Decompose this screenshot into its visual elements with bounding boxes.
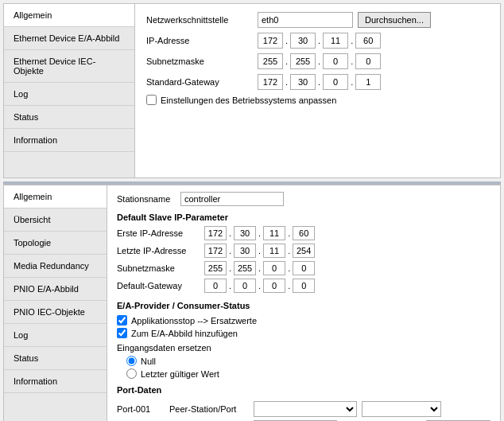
check2-item: Zum E/A-Abbild hinzufügen [117, 328, 490, 338]
netzwerk-row: Netzwerkschnittstelle Durchsuchen... [146, 12, 489, 28]
sidebar-item-ethernet-iec[interactable]: Ethernet Device IEC-Objekte [4, 50, 134, 83]
gateway-group: . . . [258, 74, 381, 90]
letzte-row: Letzte IP-Adresse . . . [117, 244, 490, 258]
sidebar-item-pnio-ea[interactable]: PNIO E/A-Abbild [4, 278, 107, 301]
radio1-label: Null [141, 357, 156, 366]
sn-dot2: . [317, 57, 321, 66]
default-gw-row: Default-Gateway . . . [117, 279, 490, 293]
top-panel: Allgemein Ethernet Device E/A-Abbild Eth… [3, 3, 501, 178]
sn-octet3[interactable] [323, 53, 348, 69]
ip-octet3[interactable] [323, 33, 348, 49]
sidebar-item-status-bot[interactable]: Status [4, 347, 107, 370]
s-octet4[interactable] [293, 261, 315, 275]
bottom-content: Stationsname Default Slave IP-Parameter … [107, 185, 500, 421]
e-octet2[interactable] [234, 226, 256, 240]
gw-octet1[interactable] [258, 74, 283, 90]
peer-station-label: Peer-Station/Port [169, 404, 249, 414]
sidebar-item-allgemein-bot[interactable]: Allgemein [4, 185, 107, 209]
default-gw-group: . . . [204, 279, 315, 293]
ip-dot2: . [317, 36, 321, 45]
letzte-label: Letzte IP-Adresse [117, 246, 204, 255]
sidebar-item-uebersicht[interactable]: Übersicht [4, 209, 107, 232]
d-octet4[interactable] [293, 279, 315, 293]
erste-group: . . . [204, 226, 315, 240]
radio2-label: Letzter gültiger Wert [141, 369, 219, 379]
check1-item: Applikationsstop --> Ersatzwerte [117, 315, 490, 325]
port-001-row: Port-001 Peer-Station/Port [117, 401, 490, 417]
gw-octet4[interactable] [355, 74, 381, 90]
l-octet4[interactable] [293, 244, 315, 258]
betriebssystem-checkbox[interactable] [146, 95, 157, 105]
radio-null[interactable] [126, 356, 137, 366]
ip-octet1[interactable] [258, 33, 283, 49]
e-octet1[interactable] [204, 226, 227, 240]
station-row: Stationsname [117, 192, 490, 206]
netzwerk-input[interactable] [258, 12, 353, 28]
ea-provider-title: E/A-Provider / Consumer-Status [117, 301, 490, 310]
ip-dot1: . [285, 36, 289, 45]
s-octet3[interactable] [263, 261, 285, 275]
ip-octet4[interactable] [355, 33, 381, 49]
default-gw-label: Default-Gateway [117, 281, 204, 290]
gw-dot1: . [285, 77, 289, 87]
e-octet3[interactable] [263, 226, 285, 240]
sn-octet1[interactable] [258, 53, 283, 69]
d-octet1[interactable] [204, 279, 227, 293]
erste-label: Erste IP-Adresse [117, 228, 204, 238]
gw-octet3[interactable] [323, 74, 348, 90]
betriebssystem-label: Einstellungen des Betriebssystems anpass… [161, 96, 336, 105]
erste-row: Erste IP-Adresse . . . [117, 226, 490, 240]
check2-checkbox[interactable] [117, 328, 127, 338]
s-octet2[interactable] [234, 261, 256, 275]
radio1-item: Null [126, 356, 490, 366]
s-octet1[interactable] [204, 261, 227, 275]
sidebar-item-media-red[interactable]: Media Redundancy [4, 255, 107, 278]
subnetz-label: Subnetzmaske [146, 57, 258, 66]
station-input[interactable] [180, 192, 284, 206]
sidebar-item-information-top[interactable]: Information [4, 129, 134, 152]
sidebar-item-pnio-iec[interactable]: PNIO IEC-Objekte [4, 301, 107, 324]
subnetz-group: . . . [258, 53, 381, 69]
sn-dot3: . [350, 57, 354, 66]
sidebar-item-allgemein-top[interactable]: Allgemein [4, 4, 134, 27]
station-label: Stationsname [117, 194, 180, 204]
d-octet3[interactable] [263, 279, 285, 293]
letzte-group: . . . [204, 244, 315, 258]
default-slave-title: Default Slave IP-Parameter [117, 212, 490, 222]
e-octet4[interactable] [293, 226, 315, 240]
sidebar-item-topologie[interactable]: Topologie [4, 232, 107, 255]
peer-port-dropdown[interactable] [362, 401, 441, 417]
gateway-label: Standard-Gateway [146, 77, 258, 87]
top-sidebar: Allgemein Ethernet Device E/A-Abbild Eth… [4, 4, 135, 177]
betriebssystem-row: Einstellungen des Betriebssystems anpass… [146, 95, 489, 105]
l-octet2[interactable] [234, 244, 256, 258]
radio-section: Null Letzter gültiger Wert [126, 356, 490, 379]
ip-adresse-label: IP-Adresse [146, 36, 258, 45]
subnetz2-group: . . . [204, 261, 315, 275]
sn-octet4[interactable] [355, 53, 381, 69]
sidebar-item-information-bot[interactable]: Information [4, 370, 107, 393]
d-octet2[interactable] [234, 279, 256, 293]
sidebar-item-log-bot[interactable]: Log [4, 324, 107, 347]
sidebar-item-status-top[interactable]: Status [4, 106, 134, 129]
subnetz2-row: Subnetzmaske . . . [117, 261, 490, 275]
gw-octet2[interactable] [290, 74, 316, 90]
ip-octet2[interactable] [290, 33, 316, 49]
gw-dot3: . [350, 77, 354, 87]
check2-label: Zum E/A-Abbild hinzufügen [131, 329, 238, 338]
gw-dot2: . [317, 77, 321, 87]
sidebar-item-ethernet-ea[interactable]: Ethernet Device E/A-Abbild [4, 27, 134, 50]
l-octet1[interactable] [204, 244, 227, 258]
ip-adresse-group: . . . [258, 33, 381, 49]
peer-station-dropdown[interactable] [254, 401, 357, 417]
port-section: Port-001 Peer-Station/Port Kabellänge pr… [117, 401, 490, 421]
sn-dot1: . [285, 57, 289, 66]
browse-button[interactable]: Durchsuchen... [358, 12, 431, 28]
radio-letzter[interactable] [126, 368, 137, 379]
sn-octet2[interactable] [290, 53, 316, 69]
sidebar-item-log-top[interactable]: Log [4, 83, 134, 106]
ip-adresse-row: IP-Adresse . . . [146, 33, 489, 49]
l-octet3[interactable] [263, 244, 285, 258]
check1-checkbox[interactable] [117, 315, 127, 325]
port-001-label: Port-001 [117, 404, 165, 414]
